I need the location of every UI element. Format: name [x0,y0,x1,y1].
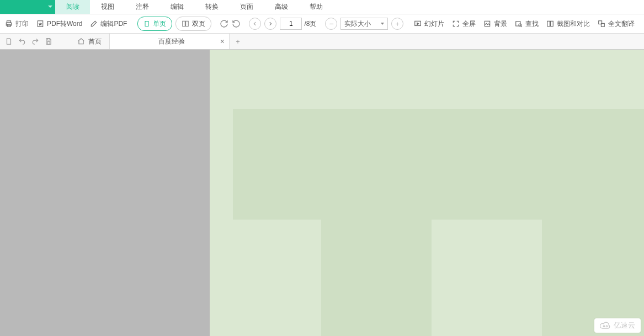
svg-rect-6 [186,21,189,26]
app-menu-button[interactable] [0,0,55,14]
cloud-icon [600,322,611,329]
compare-icon [546,20,554,28]
pdf-to-word-label: PDF转Word [47,19,82,29]
content-area [0,50,644,336]
page-block [321,109,432,336]
print-button[interactable]: 打印 [1,15,33,32]
file-icon [5,38,13,45]
toolbar: 打印 PDF转Word 编辑PDF 单页 双页 /8页 − 实际大小 ＋ [0,14,644,34]
quick-access [0,34,57,49]
svg-rect-11 [547,21,550,26]
single-page-button[interactable]: 单页 [137,17,172,31]
screenshot-compare-button[interactable]: 截图和对比 [542,15,594,32]
fullscreen-button[interactable]: 全屏 [448,15,480,32]
rotate-cw-icon [220,19,228,28]
svg-rect-15 [47,39,50,40]
edit-pdf-button[interactable]: 编辑PDF [86,15,131,32]
pdf-to-word-button[interactable]: PDF转Word [33,15,86,32]
watermark-label: 亿速云 [614,321,635,330]
menu-tab-view[interactable]: 视图 [90,0,125,14]
full-translate-button[interactable]: 全文翻译 [594,15,638,32]
next-page-button[interactable] [264,18,276,30]
home-tab[interactable]: 首页 [70,34,110,49]
undo-icon [18,38,26,45]
rotate-cw-button[interactable] [218,15,230,32]
minus-icon: − [329,20,333,28]
zoom-select[interactable]: 实际大小 [340,18,388,30]
svg-point-17 [603,326,605,327]
find-icon [515,20,523,28]
translate-icon [598,20,605,28]
background-label: 背景 [494,19,507,29]
single-page-icon [143,20,150,28]
document-tab[interactable]: 百度经验 × [110,34,230,49]
save-icon [45,38,52,45]
fullscreen-label: 全屏 [462,19,476,29]
menu-tab-page[interactable]: 页面 [229,0,264,14]
print-icon [5,20,13,28]
menu-tab-advanced[interactable]: 高级 [264,0,299,14]
background-button[interactable]: 背景 [480,15,511,32]
page-number-input[interactable] [280,18,302,30]
svg-point-18 [606,326,608,327]
edit-icon [90,20,98,28]
page-block [432,109,542,220]
chevron-right-icon [268,21,273,26]
svg-rect-16 [47,42,50,45]
edit-pdf-label: 编辑PDF [100,19,127,29]
menu-tab-read[interactable]: 阅读 [55,0,90,14]
find-button[interactable]: 查找 [511,15,542,32]
home-tab-label: 首页 [88,37,102,46]
svg-rect-8 [485,21,490,26]
document-viewport[interactable] [210,50,644,336]
new-doc-button[interactable] [4,37,13,46]
print-label: 打印 [15,19,29,29]
full-translate-label: 全文翻译 [608,19,635,29]
rotate-ccw-icon [232,19,241,28]
undo-button[interactable] [18,37,26,46]
menu-bar: 阅读 视图 注释 编辑 转换 页面 高级 帮助 [0,0,644,14]
slideshow-label: 幻灯片 [424,19,444,29]
menu-tab-help[interactable]: 帮助 [299,0,333,14]
page-block [542,109,644,336]
background-icon [483,20,491,28]
watermark: 亿速云 [594,318,641,333]
save-button[interactable] [44,37,53,46]
double-page-icon [182,20,189,28]
double-page-button[interactable]: 双页 [175,17,211,31]
menu-tab-convert[interactable]: 转换 [194,0,229,14]
slideshow-icon [414,20,422,28]
menu-tab-edit[interactable]: 编辑 [159,0,194,14]
zoom-select-label: 实际大小 [344,19,371,29]
word-icon [36,20,44,28]
tab-bar: 首页 百度经验 × ＋ [0,34,644,50]
sidebar-panel [0,50,210,336]
redo-button[interactable] [31,37,40,46]
find-label: 查找 [525,19,539,29]
fullscreen-icon [452,20,460,28]
svg-rect-4 [145,22,148,26]
menu-tab-annotate[interactable]: 注释 [125,0,159,14]
svg-rect-12 [551,21,553,26]
close-tab-button[interactable]: × [220,38,225,45]
prev-page-button[interactable] [249,18,261,30]
home-icon [77,38,85,45]
add-tab-button[interactable]: ＋ [230,34,246,49]
page-block [233,109,321,220]
screenshot-compare-label: 截图和对比 [557,19,590,29]
document-tab-label: 百度经验 [158,37,185,46]
plus-icon: ＋ [235,37,241,46]
slideshow-button[interactable]: 幻灯片 [410,15,448,32]
zoom-in-button[interactable]: ＋ [391,18,403,30]
single-page-label: 单页 [153,19,166,29]
chevron-left-icon [252,21,258,26]
rotate-ccw-button[interactable] [230,15,242,32]
plus-icon: ＋ [394,20,401,27]
svg-rect-5 [183,21,185,26]
double-page-label: 双页 [192,19,205,29]
redo-icon [31,38,40,45]
zoom-out-button[interactable]: − [325,18,337,30]
page-total-label: /8页 [304,19,316,29]
